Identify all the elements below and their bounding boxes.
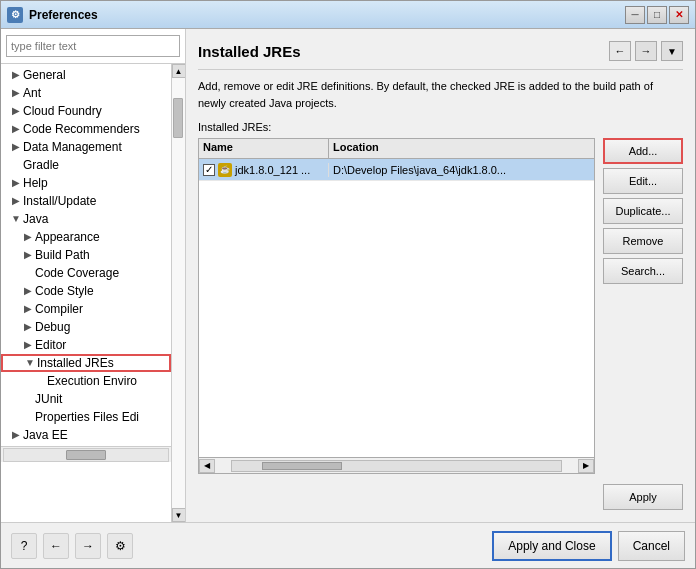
hscroll-right-arrow[interactable]: ▶ xyxy=(578,459,594,473)
sidebar-item-build-path[interactable]: ▶ Build Path xyxy=(1,246,171,264)
sidebar-item-junit[interactable]: JUnit xyxy=(1,390,171,408)
expand-icon: ▶ xyxy=(9,66,23,84)
table-cell-name: ✓ ☕ jdk1.8.0_121 ... xyxy=(199,163,329,177)
expand-icon xyxy=(33,372,47,390)
edit-button[interactable]: Edit... xyxy=(603,168,683,194)
sidebar-item-label: Editor xyxy=(35,336,66,354)
help-icon-button[interactable]: ? xyxy=(11,533,37,559)
right-panel: Installed JREs ← → ▼ Add, remove or edit… xyxy=(186,29,695,522)
nav-back-button[interactable]: ← xyxy=(609,41,631,61)
sidebar-item-execution-enviro[interactable]: Execution Enviro xyxy=(1,372,171,390)
tree-area: ▶ General ▶ Ant ▶ Cloud Foundry xyxy=(1,64,171,446)
window-title: Preferences xyxy=(29,8,625,22)
scroll-down-arrow[interactable]: ▼ xyxy=(172,508,186,522)
sidebar-item-compiler[interactable]: ▶ Compiler xyxy=(1,300,171,318)
col-location-header: Location xyxy=(329,139,594,158)
bottom-right-buttons: Apply and Close Cancel xyxy=(492,531,685,561)
page-description: Add, remove or edit JRE definitions. By … xyxy=(198,78,683,111)
sidebar-item-java-ee[interactable]: ▶ Java EE xyxy=(1,426,171,444)
left-vscroll: ▲ ▼ xyxy=(171,64,185,522)
sidebar-item-label: Java EE xyxy=(23,426,68,444)
sidebar-item-code-recommenders[interactable]: ▶ Code Recommenders xyxy=(1,120,171,138)
sidebar-item-code-coverage[interactable]: Code Coverage xyxy=(1,264,171,282)
settings-icon-button[interactable]: ⚙ xyxy=(107,533,133,559)
expand-icon: ▶ xyxy=(21,336,35,354)
sidebar-item-data-management[interactable]: ▶ Data Management xyxy=(1,138,171,156)
sidebar-item-install-update[interactable]: ▶ Install/Update xyxy=(1,192,171,210)
sidebar-item-label: Installed JREs xyxy=(37,354,114,372)
sidebar-item-label: Help xyxy=(23,174,48,192)
expand-icon: ▶ xyxy=(21,318,35,336)
sidebar-item-label: Code Style xyxy=(35,282,94,300)
sidebar-item-installed-jres[interactable]: ▼ Installed JREs xyxy=(1,354,171,372)
search-box-wrap xyxy=(1,29,185,64)
hscroll-track[interactable] xyxy=(231,460,562,472)
expand-icon: ▶ xyxy=(21,282,35,300)
add-button[interactable]: Add... xyxy=(603,138,683,164)
table-hscroll: ◀ ▶ xyxy=(199,457,594,473)
expand-icon: ▶ xyxy=(9,192,23,210)
jre-name-text: jdk1.8.0_121 ... xyxy=(235,164,310,176)
sidebar-item-cloud-foundry[interactable]: ▶ Cloud Foundry xyxy=(1,102,171,120)
apply-and-close-button[interactable]: Apply and Close xyxy=(492,531,611,561)
title-bar: ⚙ Preferences ─ □ ✕ xyxy=(1,1,695,29)
scroll-up-arrow[interactable]: ▲ xyxy=(172,64,186,78)
cancel-button[interactable]: Cancel xyxy=(618,531,685,561)
jre-checkbox[interactable]: ✓ xyxy=(203,164,215,176)
sidebar-item-debug[interactable]: ▶ Debug xyxy=(1,318,171,336)
sidebar-item-label: Properties Files Edi xyxy=(35,408,139,426)
close-button[interactable]: ✕ xyxy=(669,6,689,24)
window-controls: ─ □ ✕ xyxy=(625,6,689,24)
search-input[interactable] xyxy=(6,35,180,57)
sidebar-item-java[interactable]: ▼ Java xyxy=(1,210,171,228)
remove-button[interactable]: Remove xyxy=(603,228,683,254)
maximize-button[interactable]: □ xyxy=(647,6,667,24)
section-label: Installed JREs: xyxy=(198,121,683,133)
expand-icon: ▶ xyxy=(9,174,23,192)
scroll-track xyxy=(172,78,186,508)
hscroll-thumb[interactable] xyxy=(262,462,342,470)
search-button[interactable]: Search... xyxy=(603,258,683,284)
jre-panel: Name Location ✓ ☕ jdk1.8.0_121 ... D:\De… xyxy=(198,138,683,474)
expand-icon xyxy=(9,156,23,174)
expand-icon xyxy=(21,408,35,426)
sidebar-item-label: General xyxy=(23,66,66,84)
left-hscroll xyxy=(1,446,171,462)
sidebar-item-general[interactable]: ▶ General xyxy=(1,66,171,84)
sidebar-item-label: Code Recommenders xyxy=(23,120,140,138)
back-icon-button[interactable]: ← xyxy=(43,533,69,559)
sidebar-item-label: Compiler xyxy=(35,300,83,318)
nav-dropdown-button[interactable]: ▼ xyxy=(661,41,683,61)
sidebar-item-help[interactable]: ▶ Help xyxy=(1,174,171,192)
expand-icon xyxy=(21,390,35,408)
minimize-button[interactable]: ─ xyxy=(625,6,645,24)
sidebar-item-label: Ant xyxy=(23,84,41,102)
sidebar-item-gradle[interactable]: Gradle xyxy=(1,156,171,174)
sidebar-item-properties-files[interactable]: Properties Files Edi xyxy=(1,408,171,426)
hscroll-left-arrow[interactable]: ◀ xyxy=(199,459,215,473)
bottom-bar: ? ← → ⚙ Apply and Close Cancel xyxy=(1,522,695,568)
table-row[interactable]: ✓ ☕ jdk1.8.0_121 ... D:\Develop Files\ja… xyxy=(199,159,594,181)
jre-action-buttons: Add... Edit... Duplicate... Remove Searc… xyxy=(603,138,683,474)
apply-button[interactable]: Apply xyxy=(603,484,683,510)
col-name-header: Name xyxy=(199,139,329,158)
expand-icon: ▶ xyxy=(9,426,23,444)
right-bottom-bar: Apply xyxy=(198,484,683,510)
sidebar-item-editor[interactable]: ▶ Editor xyxy=(1,336,171,354)
scroll-thumb[interactable] xyxy=(173,98,183,138)
sidebar-item-label: Install/Update xyxy=(23,192,96,210)
expand-icon: ▶ xyxy=(21,228,35,246)
sidebar-item-code-style[interactable]: ▶ Code Style xyxy=(1,282,171,300)
left-panel: ▶ General ▶ Ant ▶ Cloud Foundry xyxy=(1,29,186,522)
sidebar-item-label: JUnit xyxy=(35,390,62,408)
sidebar-item-ant[interactable]: ▶ Ant xyxy=(1,84,171,102)
hscroll-thumb[interactable] xyxy=(66,450,106,460)
nav-forward-button[interactable]: → xyxy=(635,41,657,61)
hscroll-track[interactable] xyxy=(3,448,169,462)
preferences-window: ⚙ Preferences ─ □ ✕ ▶ xyxy=(0,0,696,569)
expand-icon xyxy=(21,264,35,282)
duplicate-button[interactable]: Duplicate... xyxy=(603,198,683,224)
sidebar-item-label: Appearance xyxy=(35,228,100,246)
sidebar-item-appearance[interactable]: ▶ Appearance xyxy=(1,228,171,246)
forward-icon-button[interactable]: → xyxy=(75,533,101,559)
